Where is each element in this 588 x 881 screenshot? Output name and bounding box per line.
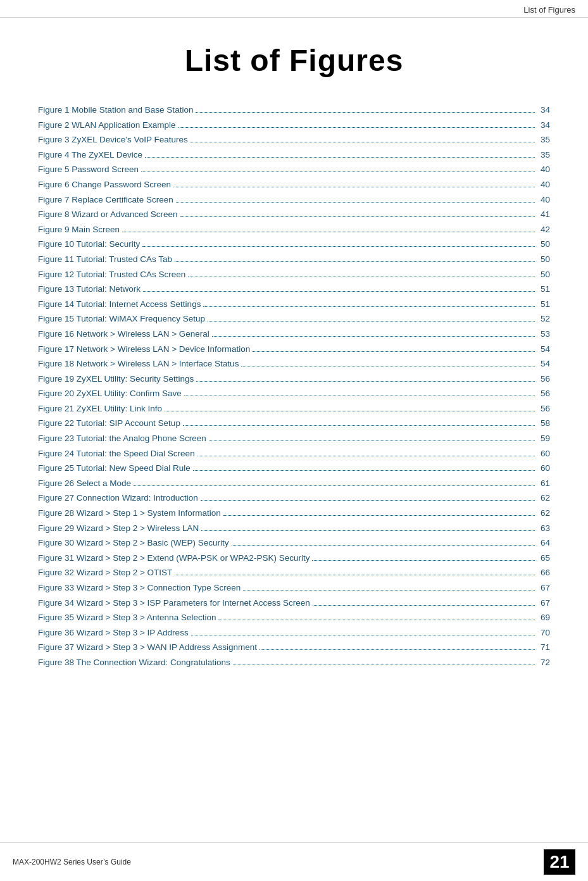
figure-label: Figure 5 Password Screen: [38, 163, 139, 177]
figure-page: 56: [537, 387, 550, 401]
figure-page: 60: [537, 461, 550, 475]
figure-dots: [173, 187, 535, 187]
list-item: Figure 27 Connection Wizard: Introductio…: [38, 491, 550, 505]
figure-page: 35: [537, 148, 550, 162]
figure-label: Figure 18 Network > Wireless LAN > Inter…: [38, 357, 239, 371]
figure-label: Figure 12 Tutorial: Trusted CAs Screen: [38, 268, 185, 282]
list-item: Figure 15 Tutorial: WiMAX Frequency Setu…: [38, 312, 550, 326]
figure-dots: [143, 291, 535, 292]
figure-page: 58: [537, 416, 550, 430]
list-item: Figure 23 Tutorial: the Analog Phone Scr…: [38, 432, 550, 446]
figure-page: 56: [537, 402, 550, 416]
figure-page: 67: [537, 596, 550, 610]
list-item: Figure 4 The ZyXEL Device35: [38, 148, 550, 162]
figure-page: 54: [537, 342, 550, 356]
list-item: Figure 29 Wizard > Step 2 > Wireless LAN…: [38, 522, 550, 535]
figure-page: 66: [537, 566, 550, 580]
figure-dots: [178, 127, 535, 128]
figure-dots: [203, 306, 535, 307]
figure-label: Figure 15 Tutorial: WiMAX Frequency Setu…: [38, 312, 205, 326]
figure-dots: [233, 665, 535, 665]
figure-dots: [243, 590, 535, 590]
list-item: Figure 3 ZyXEL Device’s VoIP Features35: [38, 133, 550, 147]
figure-label: Figure 6 Change Password Screen: [38, 178, 171, 192]
list-item: Figure 6 Change Password Screen40: [38, 178, 550, 192]
figure-dots: [201, 500, 535, 501]
list-item: Figure 38 The Connection Wizard: Congrat…: [38, 656, 550, 670]
figure-page: 62: [537, 506, 550, 520]
figure-label: Figure 14 Tutorial: Internet Access Sett…: [38, 297, 201, 311]
figure-label: Figure 9 Main Screen: [38, 223, 120, 237]
figure-dots: [165, 411, 535, 411]
list-item: Figure 37 Wizard > Step 3 > WAN IP Addre…: [38, 640, 550, 654]
list-item: Figure 33 Wizard > Step 3 > Connection T…: [38, 581, 550, 595]
figure-page: 62: [537, 491, 550, 505]
figure-page: 40: [537, 178, 550, 192]
figure-label: Figure 30 Wizard > Step 2 > Basic (WEP) …: [38, 536, 229, 550]
figure-dots: [212, 336, 535, 337]
list-item: Figure 21 ZyXEL Utility: Link Info56: [38, 402, 550, 416]
figure-page: 40: [537, 193, 550, 207]
figure-dots: [191, 635, 535, 635]
list-item: Figure 31 Wizard > Step 2 > Extend (WPA-…: [38, 551, 550, 565]
figure-label: Figure 27 Connection Wizard: Introductio…: [38, 491, 198, 505]
figure-page: 50: [537, 237, 550, 251]
figure-label: Figure 1 Mobile Station and Base Station: [38, 103, 193, 117]
figure-page: 69: [537, 611, 550, 625]
figure-label: Figure 22 Tutorial: SIP Account Setup: [38, 416, 180, 430]
list-item: Figure 20 ZyXEL Utility: Confirm Save56: [38, 387, 550, 401]
figure-page: 71: [537, 640, 550, 654]
list-item: Figure 32 Wizard > Step 2 > OTIST66: [38, 566, 550, 580]
page-container: List of Figures List of Figures Figure 1…: [0, 0, 588, 881]
figure-page: 50: [537, 253, 550, 266]
figure-label: Figure 31 Wizard > Step 2 > Extend (WPA-…: [38, 551, 310, 565]
figure-dots: [260, 649, 535, 650]
list-item: Figure 24 Tutorial: the Speed Dial Scree…: [38, 447, 550, 461]
figure-dots: [196, 381, 535, 382]
figure-page: 61: [537, 477, 550, 490]
figure-label: Figure 13 Tutorial: Network: [38, 282, 141, 296]
figure-label: Figure 17 Network > Wireless LAN > Devic…: [38, 342, 250, 356]
figure-dots: [145, 157, 535, 158]
figure-page: 65: [537, 551, 550, 565]
list-item: Figure 1 Mobile Station and Base Station…: [38, 103, 550, 117]
figure-dots: [201, 530, 535, 531]
figure-dots: [218, 620, 535, 620]
list-item: Figure 30 Wizard > Step 2 > Basic (WEP) …: [38, 536, 550, 550]
figure-page: 72: [537, 656, 550, 670]
figure-dots: [141, 172, 535, 172]
figure-page: 51: [537, 282, 550, 296]
list-item: Figure 5 Password Screen40: [38, 163, 550, 177]
figure-dots: [183, 425, 535, 426]
figure-label: Figure 19 ZyXEL Utility: Security Settin…: [38, 372, 194, 386]
figure-dots: [241, 366, 535, 366]
figure-page: 56: [537, 372, 550, 386]
list-item: Figure 8 Wizard or Advanced Screen41: [38, 208, 550, 222]
figure-label: Figure 4 The ZyXEL Device: [38, 148, 142, 162]
figure-page: 59: [537, 432, 550, 446]
figure-dots: [175, 575, 535, 575]
figure-page: 64: [537, 536, 550, 550]
figure-label: Figure 34 Wizard > Step 3 > ISP Paramete…: [38, 596, 310, 610]
figure-dots: [176, 202, 535, 203]
list-item: Figure 28 Wizard > Step 1 > System Infor…: [38, 506, 550, 520]
list-item: Figure 12 Tutorial: Trusted CAs Screen50: [38, 268, 550, 282]
figure-label: Figure 38 The Connection Wizard: Congrat…: [38, 656, 230, 670]
figure-label: Figure 28 Wizard > Step 1 > System Infor…: [38, 506, 221, 520]
page-number: 21: [544, 849, 575, 875]
figure-label: Figure 37 Wizard > Step 3 > WAN IP Addre…: [38, 640, 257, 654]
list-item: Figure 35 Wizard > Step 3 > Antenna Sele…: [38, 611, 550, 625]
page-heading: List of Figures: [38, 43, 550, 78]
figure-page: 34: [537, 118, 550, 132]
figure-label: Figure 36 Wizard > Step 3 > IP Address: [38, 626, 189, 640]
figure-dots: [196, 112, 535, 113]
figure-page: 67: [537, 581, 550, 595]
figure-page: 40: [537, 163, 550, 177]
figure-label: Figure 7 Replace Certificate Screen: [38, 193, 173, 207]
list-item: Figure 18 Network > Wireless LAN > Inter…: [38, 357, 550, 371]
figure-page: 42: [537, 223, 550, 237]
figure-dots: [208, 321, 535, 322]
figure-label: Figure 20 ZyXEL Utility: Confirm Save: [38, 387, 182, 401]
list-item: Figure 19 ZyXEL Utility: Security Settin…: [38, 372, 550, 386]
figure-label: Figure 35 Wizard > Step 3 > Antenna Sele…: [38, 611, 216, 625]
